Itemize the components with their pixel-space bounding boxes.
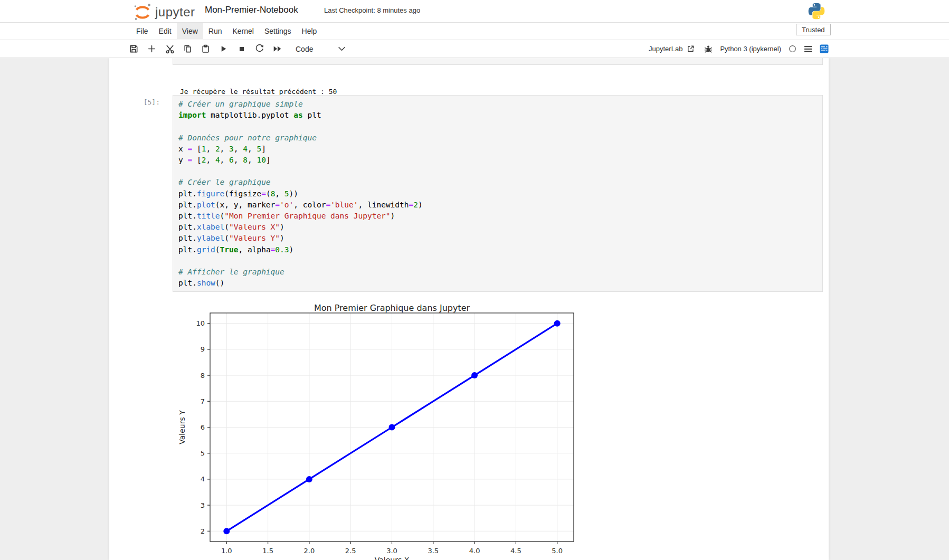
code-line: plt.title("Mon Premier Graphique dans Ju… <box>178 211 817 222</box>
code-line <box>178 166 817 177</box>
code-line: # Afficher le graphique <box>178 267 817 278</box>
save-button[interactable] <box>127 42 141 56</box>
menu-edit[interactable]: Edit <box>154 23 177 39</box>
menu-kernel[interactable]: Kernel <box>227 23 259 39</box>
jupyter-notebook-app: jupyter Mon-Premier-Notebook Last Checkp… <box>0 0 949 560</box>
svg-text:10: 10 <box>196 319 205 327</box>
svg-text:4: 4 <box>201 475 205 483</box>
main-menu-icon[interactable] <box>804 45 812 53</box>
code-line: plt.grid(True, alpha=0.3) <box>178 244 817 255</box>
menu-help[interactable]: Help <box>297 23 322 39</box>
svg-text:5.0: 5.0 <box>552 547 563 555</box>
interrupt-kernel-button[interactable] <box>234 42 249 56</box>
code-line <box>178 255 817 267</box>
cut-cells-button[interactable] <box>163 42 177 56</box>
code-line <box>178 121 817 132</box>
jupyterlab-link[interactable]: JupyterLab <box>649 45 682 53</box>
run-cell-button[interactable] <box>216 42 231 56</box>
cell-type-value: Code <box>296 45 313 53</box>
chart-title: Mon Premier Graphique dans Jupyter <box>314 303 470 313</box>
svg-text:4.5: 4.5 <box>510 547 521 555</box>
paste-cells-button[interactable] <box>198 42 213 56</box>
x-axis-label: Valeurs X <box>375 556 410 560</box>
code-line: plt.figure(figsize=(8, 5)) <box>178 188 817 200</box>
trusted-badge[interactable]: Trusted <box>796 24 831 35</box>
code-line: x = [1, 2, 3, 4, 5] <box>178 144 817 155</box>
menu-settings[interactable]: Settings <box>259 23 297 39</box>
code-line: plt.show() <box>178 278 817 289</box>
code-line: # Créer un graphique simple <box>178 99 817 110</box>
code-line: import matplotlib.pyplot as plt <box>178 110 817 121</box>
code-line: # Données pour notre graphique <box>178 132 817 144</box>
header-bar: jupyter Mon-Premier-Notebook Last Checkp… <box>0 0 949 23</box>
menu-view[interactable]: View <box>177 23 203 39</box>
matplotlib-figure: Mon Premier Graphique dans Jupyter1.01.5… <box>109 293 829 560</box>
jupyter-wordmark: jupyter <box>155 5 195 20</box>
svg-text:2.0: 2.0 <box>304 547 315 555</box>
menu-items: File Edit View Run Kernel Settings Help <box>131 23 322 40</box>
restart-run-all-button[interactable] <box>270 42 284 56</box>
code-cell-input[interactable]: # Créer un graphique simpleimport matplo… <box>173 95 823 292</box>
svg-text:1.5: 1.5 <box>262 547 273 555</box>
notebook-title[interactable]: Mon-Premier-Notebook <box>205 5 298 15</box>
toolbar: Code JupyterLab Python 3 (ipykernel) <box>0 40 949 58</box>
code-line: plt.xlabel("Valeurs X") <box>178 222 817 233</box>
copy-cells-button[interactable] <box>181 42 195 56</box>
svg-text:2: 2 <box>201 527 205 535</box>
chart-output: Mon Premier Graphique dans Jupyter1.01.5… <box>109 293 829 560</box>
toolbar-left-group: Code <box>127 40 348 58</box>
execution-count-prompt: [5]: <box>109 98 160 106</box>
code-line: y = [2, 4, 6, 8, 10] <box>178 155 817 166</box>
code-line: # Créer le graphique <box>178 177 817 188</box>
svg-text:3.5: 3.5 <box>428 547 439 555</box>
checkpoint-status: Last Checkpoint: 8 minutes ago <box>324 6 420 14</box>
svg-text:3: 3 <box>201 501 205 509</box>
debugger-bug-icon[interactable] <box>704 45 713 53</box>
external-link-icon[interactable] <box>687 45 695 53</box>
jupyter-logo[interactable]: jupyter <box>132 2 195 23</box>
kernel-name[interactable]: Python 3 (ipykernel) <box>720 45 781 53</box>
jupyter-logo-icon <box>132 2 153 23</box>
python-logo-icon <box>808 2 825 22</box>
menu-run[interactable]: Run <box>203 23 227 39</box>
svg-text:4.0: 4.0 <box>469 547 480 555</box>
kernel-status-icon[interactable] <box>789 45 796 53</box>
toolbar-right-group: JupyterLab Python 3 (ipykernel) <box>649 40 829 58</box>
menu-file[interactable]: File <box>131 23 154 39</box>
code-editor-lines: # Créer un graphique simpleimport matplo… <box>178 99 817 289</box>
svg-text:3.0: 3.0 <box>386 547 397 555</box>
svg-text:5: 5 <box>201 449 205 457</box>
menu-bar: File Edit View Run Kernel Settings Help … <box>0 23 949 40</box>
y-axis-label: Valeurs Y <box>178 410 186 444</box>
svg-text:7: 7 <box>201 397 205 405</box>
svg-text:8: 8 <box>201 372 205 379</box>
cell-type-dropdown[interactable]: Code <box>296 45 348 53</box>
code-line: plt.plot(x, y, marker='o', color='blue',… <box>178 200 817 211</box>
svg-text:2.5: 2.5 <box>345 547 356 555</box>
svg-text:1.0: 1.0 <box>221 547 232 555</box>
notebook-tools-icon[interactable] <box>820 44 829 53</box>
svg-text:9: 9 <box>201 345 205 353</box>
svg-text:6: 6 <box>201 423 205 431</box>
code-line: plt.ylabel("Valeurs Y") <box>178 233 817 244</box>
insert-cell-below-button[interactable] <box>145 42 159 56</box>
chevron-down-icon <box>338 46 345 51</box>
previous-cell-partial[interactable] <box>173 58 823 65</box>
restart-kernel-button[interactable] <box>252 42 267 56</box>
